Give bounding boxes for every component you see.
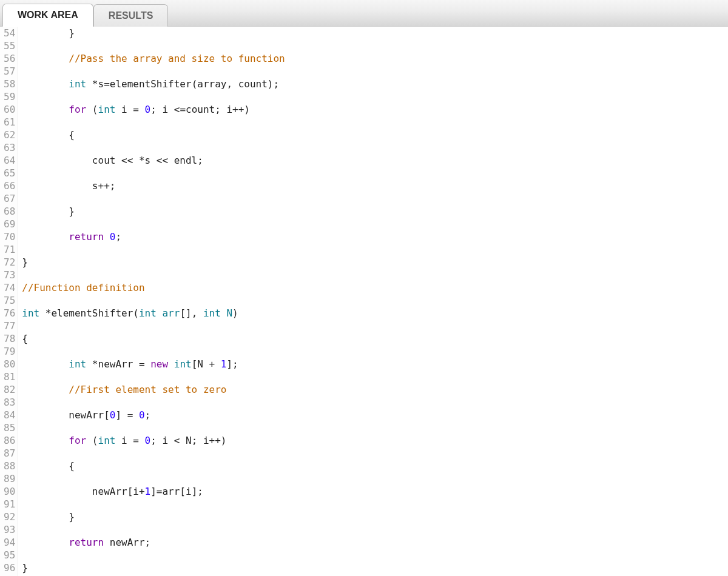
code-line[interactable]: } xyxy=(22,256,285,269)
line-number: 61 xyxy=(4,116,15,129)
code-line[interactable]: newArr[0] = 0; xyxy=(22,409,285,421)
code-line[interactable] xyxy=(22,294,285,307)
code-line[interactable]: return newArr; xyxy=(22,536,285,549)
line-number: 90 xyxy=(4,485,15,498)
line-number: 60 xyxy=(4,103,15,116)
code-line[interactable]: int *elementShifter(int arr[], int N) xyxy=(22,307,285,320)
line-number: 78 xyxy=(4,332,15,345)
line-number: 86 xyxy=(4,434,15,447)
line-number: 96 xyxy=(4,561,15,574)
code-line[interactable] xyxy=(22,65,285,78)
code-line[interactable] xyxy=(22,218,285,230)
code-line[interactable]: for (int i = 0; i <=count; i++) xyxy=(22,103,285,116)
code-line[interactable] xyxy=(22,167,285,179)
code-line[interactable]: return 0; xyxy=(22,230,285,243)
code-line[interactable]: //Function definition xyxy=(22,281,285,294)
line-number: 79 xyxy=(4,345,15,358)
line-number: 94 xyxy=(4,536,15,549)
line-number: 77 xyxy=(4,320,15,332)
code-line[interactable]: } xyxy=(22,561,285,574)
line-number: 64 xyxy=(4,154,15,167)
code-line[interactable] xyxy=(22,447,285,460)
line-number: 95 xyxy=(4,549,15,561)
code-line[interactable] xyxy=(22,90,285,103)
tab-bar: WORK AREA RESULTS xyxy=(0,0,728,27)
code-line[interactable] xyxy=(22,498,285,511)
line-number: 76 xyxy=(4,307,15,320)
code-line[interactable] xyxy=(22,320,285,332)
line-number: 84 xyxy=(4,409,15,421)
code-line[interactable] xyxy=(22,421,285,434)
line-number: 80 xyxy=(4,358,15,370)
line-number: 62 xyxy=(4,129,15,141)
code-editor[interactable]: 5455565758596061626364656667686970717273… xyxy=(0,27,728,576)
code-line[interactable] xyxy=(22,523,285,536)
code-line[interactable] xyxy=(22,472,285,485)
line-number: 89 xyxy=(4,472,15,485)
code-line[interactable]: //Pass the array and size to function xyxy=(22,52,285,65)
line-number: 63 xyxy=(4,141,15,154)
code-line[interactable]: } xyxy=(22,511,285,523)
line-number: 59 xyxy=(4,90,15,103)
code-line[interactable]: s++; xyxy=(22,179,285,192)
code-line[interactable] xyxy=(22,39,285,52)
code-line[interactable]: { xyxy=(22,460,285,472)
line-number: 81 xyxy=(4,370,15,383)
code-area[interactable]: } //Pass the array and size to function … xyxy=(18,27,285,576)
code-line[interactable]: newArr[i+1]=arr[i]; xyxy=(22,485,285,498)
code-line[interactable] xyxy=(22,243,285,256)
code-line[interactable]: } xyxy=(22,27,285,39)
line-number: 68 xyxy=(4,205,15,218)
line-number: 74 xyxy=(4,281,15,294)
code-line[interactable] xyxy=(22,370,285,383)
line-number: 65 xyxy=(4,167,15,179)
tab-work-area[interactable]: WORK AREA xyxy=(2,4,93,27)
code-line[interactable]: int *s=elementShifter(array, count); xyxy=(22,78,285,90)
line-number: 88 xyxy=(4,460,15,472)
code-line[interactable] xyxy=(22,345,285,358)
line-number: 66 xyxy=(4,179,15,192)
code-line[interactable]: cout << *s << endl; xyxy=(22,154,285,167)
line-number: 69 xyxy=(4,218,15,230)
code-line[interactable] xyxy=(22,396,285,409)
line-number-gutter: 5455565758596061626364656667686970717273… xyxy=(0,27,18,576)
line-number: 54 xyxy=(4,27,15,39)
code-line[interactable] xyxy=(22,141,285,154)
code-line[interactable]: int *newArr = new int[N + 1]; xyxy=(22,358,285,370)
code-line[interactable] xyxy=(22,116,285,129)
code-line[interactable]: //First element set to zero xyxy=(22,383,285,396)
line-number: 55 xyxy=(4,39,15,52)
code-line[interactable]: { xyxy=(22,129,285,141)
line-number: 75 xyxy=(4,294,15,307)
code-line[interactable]: } xyxy=(22,205,285,218)
line-number: 85 xyxy=(4,421,15,434)
line-number: 58 xyxy=(4,78,15,90)
line-number: 71 xyxy=(4,243,15,256)
line-number: 93 xyxy=(4,523,15,536)
line-number: 92 xyxy=(4,511,15,523)
line-number: 67 xyxy=(4,192,15,205)
line-number: 87 xyxy=(4,447,15,460)
line-number: 70 xyxy=(4,230,15,243)
code-line[interactable] xyxy=(22,549,285,561)
code-line[interactable] xyxy=(22,269,285,281)
line-number: 91 xyxy=(4,498,15,511)
code-line[interactable]: { xyxy=(22,332,285,345)
code-line[interactable] xyxy=(22,192,285,205)
line-number: 57 xyxy=(4,65,15,78)
line-number: 72 xyxy=(4,256,15,269)
line-number: 73 xyxy=(4,269,15,281)
line-number: 56 xyxy=(4,52,15,65)
line-number: 83 xyxy=(4,396,15,409)
line-number: 82 xyxy=(4,383,15,396)
tab-results[interactable]: RESULTS xyxy=(93,4,168,27)
code-line[interactable]: for (int i = 0; i < N; i++) xyxy=(22,434,285,447)
